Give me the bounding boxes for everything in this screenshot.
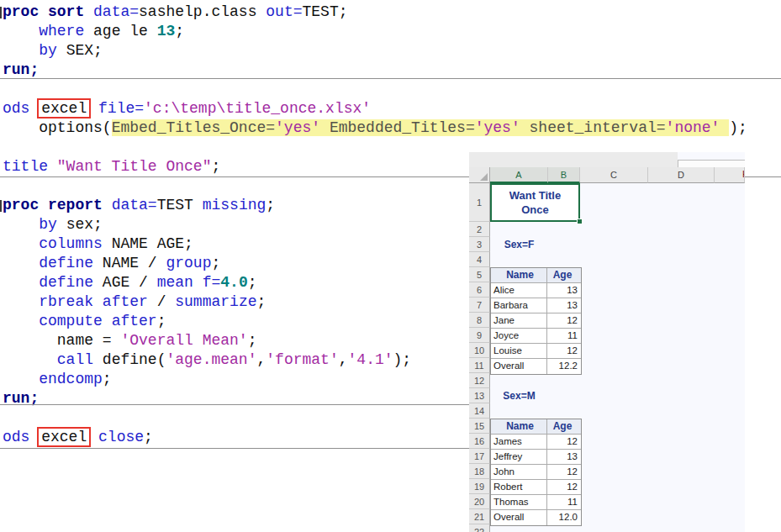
row-header-19: 19: [469, 479, 490, 494]
column-header-H: H: [715, 167, 745, 183]
column-header-B: B: [548, 167, 580, 183]
column-header-A: A: [490, 167, 548, 183]
row-header-6: 6: [469, 282, 490, 298]
section-collapse-mark: [0, 7, 2, 18]
name-cell: James: [491, 435, 547, 450]
row-header-11: 11: [469, 358, 490, 373]
code-line: by SEX;: [3, 41, 747, 61]
age-cell: 13: [547, 450, 581, 465]
age-cell: 12.0: [547, 510, 581, 525]
row-header-20: 20: [469, 494, 490, 509]
name-cell: Jeffrey: [491, 450, 547, 465]
table-row: Louise12: [491, 344, 581, 359]
table-header-cell: Age: [547, 268, 581, 283]
code-line: where age le 13;: [3, 22, 747, 41]
results-table: NameAgeJames12Jeffrey13John12Robert12Tho…: [490, 419, 582, 526]
code-line: ods excel file='c:\temp\title_once.xlsx': [3, 99, 747, 119]
row-header-7: 7: [469, 298, 490, 313]
table-header-row: NameAge: [491, 268, 581, 283]
name-cell: Barbara: [491, 298, 547, 313]
table-row: Jeffrey13: [491, 450, 581, 465]
code-line: run;: [3, 61, 747, 80]
divider-line: [0, 78, 781, 79]
row-header-16: 16: [469, 434, 490, 449]
table-header-row: NameAge: [491, 419, 581, 435]
divider-line: [0, 404, 469, 405]
row-header-18: 18: [469, 464, 490, 479]
name-cell: Robert: [491, 480, 547, 495]
clipped-column-letter: H: [742, 169, 745, 179]
table-header-cell: Name: [491, 268, 547, 283]
section-collapse-mark: [0, 200, 2, 212]
row-header-4: 4: [469, 252, 490, 267]
age-cell: 12: [547, 480, 581, 495]
table-row: Jane12: [491, 313, 581, 329]
row-header-13: 13: [469, 388, 490, 403]
row-header-10: 10: [469, 343, 490, 358]
row-header-8: 8: [469, 313, 490, 328]
excel-chrome-bar: [469, 152, 678, 167]
red-box-annotation: excel: [37, 427, 91, 447]
age-cell: 12: [547, 344, 581, 359]
age-cell: 13: [547, 283, 581, 298]
row-header-3: 3: [469, 237, 490, 252]
title-cell-text: Want TitleOnce: [509, 188, 561, 217]
age-cell: 12: [547, 435, 581, 450]
excel-column-headers: ABCDH: [469, 167, 745, 183]
age-cell: 11: [547, 329, 581, 344]
excel-screenshot: ABCDH 1234567891011121314151617181920212…: [469, 152, 745, 532]
name-cell: Overall: [491, 359, 547, 374]
row-header-22: 22: [469, 524, 490, 532]
table-row: Alice13: [491, 283, 581, 298]
table-row: Overall12.2: [491, 359, 581, 374]
table-header-cell: Name: [491, 419, 547, 435]
code-line: options(Embed_Titles_Once='yes' Embedded…: [3, 119, 747, 138]
row-header-2: 2: [469, 222, 490, 237]
age-cell: 12: [547, 313, 581, 329]
row-header-5: 5: [469, 267, 490, 282]
column-header-C: C: [580, 167, 648, 183]
age-cell: 12: [547, 465, 581, 480]
row-header-12: 12: [469, 373, 490, 388]
excel-row-headers: 12345678910111213141516171819202122: [469, 183, 490, 532]
name-cell: John: [491, 465, 547, 480]
name-cell: Overall: [491, 510, 547, 525]
row-header-21: 21: [469, 509, 490, 524]
title-cell: Want TitleOnce: [490, 183, 580, 222]
name-cell: Alice: [491, 283, 547, 298]
row-header-14: 14: [469, 403, 490, 419]
table-row: Thomas11: [491, 495, 581, 510]
name-cell: Joyce: [491, 329, 547, 344]
code-line: proc sort data=sashelp.class out=TEST;: [3, 3, 747, 22]
table-row: Joyce11: [491, 329, 581, 344]
table-row: Robert12: [491, 480, 581, 495]
name-cell: Jane: [491, 313, 547, 329]
byline-label: Sex=F: [490, 237, 548, 252]
age-cell: 13: [547, 298, 581, 313]
column-header-D: D: [648, 167, 715, 183]
code-line: [3, 80, 747, 99]
table-row: Overall12.0: [491, 510, 581, 525]
excel-chrome-step: [678, 160, 745, 167]
name-cell: Louise: [491, 344, 547, 359]
age-cell: 12.2: [547, 359, 581, 374]
select-all-corner: [469, 167, 490, 183]
row-header-1: 1: [469, 183, 490, 222]
row-header-17: 17: [469, 449, 490, 464]
table-row: John12: [491, 465, 581, 480]
row-header-9: 9: [469, 328, 490, 343]
age-cell: 11: [547, 495, 581, 510]
byline-label: Sex=M: [490, 388, 548, 403]
name-cell: Thomas: [491, 495, 547, 510]
table-header-cell: Age: [547, 419, 581, 435]
table-row: James12: [491, 435, 581, 450]
row-header-15: 15: [469, 419, 490, 434]
divider-line: [0, 448, 469, 449]
corner-triangle-icon: [480, 173, 488, 181]
red-box-annotation: excel: [37, 98, 91, 119]
selection-fill-handle: [577, 219, 583, 224]
table-row: Barbara13: [491, 298, 581, 313]
results-table: NameAgeAlice13Barbara13Jane12Joyce11Loui…: [490, 267, 582, 375]
